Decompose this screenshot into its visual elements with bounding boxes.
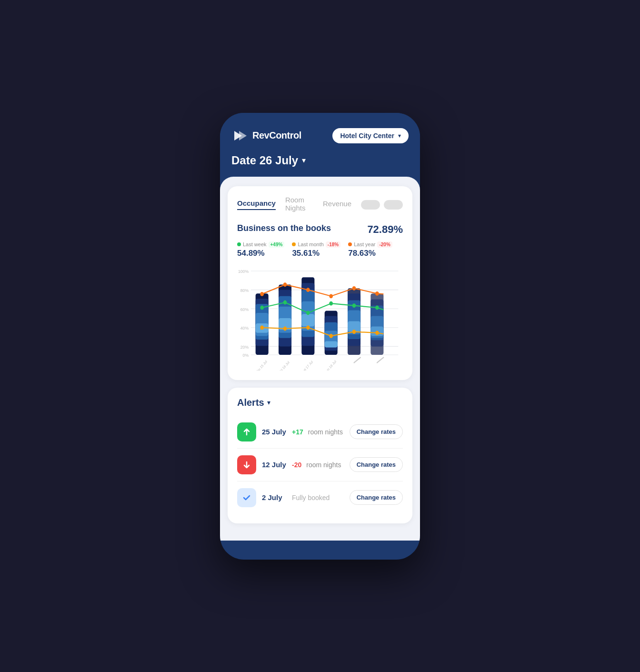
- alerts-title: Alerts: [237, 397, 264, 408]
- svg-rect-28: [301, 314, 314, 326]
- alert-date-2: 12 July: [262, 461, 288, 469]
- svg-point-59: [329, 334, 333, 338]
- hotel-name: Hotel City Center: [340, 132, 394, 140]
- svg-text:20%: 20%: [240, 344, 249, 350]
- svg-rect-33: [325, 341, 338, 347]
- svg-point-46: [306, 288, 310, 292]
- svg-point-58: [306, 325, 310, 330]
- toggle-pill-1[interactable]: [361, 200, 380, 210]
- svg-text:80%: 80%: [240, 288, 249, 293]
- botb-title: Business on the books: [237, 223, 331, 233]
- svg-text:Fri 16 Jul: Fri 16 Jul: [278, 360, 290, 370]
- svg-text:60%: 60%: [240, 307, 249, 312]
- svg-point-44: [260, 292, 264, 296]
- metric-dot-week: [237, 242, 241, 246]
- svg-point-57: [283, 326, 287, 331]
- date-selector[interactable]: Date 26 July ▾: [231, 154, 409, 177]
- alert-item-2: 12 July -20 room nights Change rates: [237, 449, 403, 481]
- change-rates-btn-1[interactable]: Change rates: [350, 424, 403, 439]
- svg-point-55: [375, 305, 379, 310]
- botb-value: 72.89%: [367, 223, 403, 236]
- svg-point-56: [260, 325, 264, 330]
- phone-frame: RevControl Hotel City Center ▾ Date 26 J…: [220, 113, 420, 560]
- metrics-row: Last week +49% 54.89% Last month -18% 35…: [237, 241, 403, 258]
- change-rates-btn-3[interactable]: Change rates: [350, 490, 403, 505]
- alert-icon-check: [237, 488, 256, 507]
- header: RevControl Hotel City Center ▾ Date 26 J…: [220, 113, 420, 177]
- svg-point-61: [375, 331, 379, 335]
- svg-marker-1: [239, 131, 247, 140]
- alert-icon-down: [237, 455, 256, 474]
- svg-line-66: [354, 357, 361, 362]
- alert-desc-2: room nights: [306, 461, 341, 469]
- svg-point-51: [283, 300, 287, 304]
- metric-dot-month: [292, 242, 296, 246]
- bar-chart: 100% 80% 60% 40% 20% 0%: [237, 266, 403, 371]
- metric-badge-year: -20%: [377, 241, 392, 248]
- metric-badge-week: +49%: [269, 241, 285, 248]
- alert-desc-1: room nights: [308, 428, 343, 436]
- tab-toggles: [361, 200, 403, 210]
- date-label: Date 26 July: [231, 154, 298, 167]
- metric-value-year: 78.63%: [348, 249, 392, 258]
- revcontrol-logo-icon: [231, 127, 249, 144]
- svg-point-52: [306, 311, 310, 315]
- metric-value-month: 35.61%: [292, 249, 340, 258]
- hotel-selector[interactable]: Hotel City Center ▾: [332, 128, 409, 143]
- metric-last-week: Last week +49% 54.89%: [237, 241, 284, 258]
- svg-text:Sun 18 Jul: Sun 18 Jul: [323, 359, 337, 371]
- svg-point-45: [283, 282, 287, 287]
- metric-last-year: Last year -20% 78.63%: [348, 241, 392, 258]
- metric-value-week: 54.89%: [237, 249, 284, 258]
- svg-point-48: [352, 286, 356, 290]
- svg-text:40%: 40%: [240, 325, 249, 331]
- svg-line-67: [377, 357, 384, 362]
- svg-point-50: [260, 305, 264, 310]
- svg-point-54: [352, 303, 356, 308]
- svg-point-49: [375, 291, 379, 295]
- tab-room-nights[interactable]: Room Nights: [285, 196, 313, 214]
- date-chevron-icon: ▾: [302, 156, 306, 165]
- alert-info-2: 12 July -20 room nights: [262, 461, 344, 469]
- svg-text:Sat 17 Jul: Sat 17 Jul: [301, 359, 314, 370]
- alert-amount-2: -20: [292, 461, 301, 469]
- alert-info-1: 25 July +17 room nights: [262, 428, 344, 436]
- metric-label-year: Last year: [354, 241, 375, 247]
- logo-text: RevControl: [252, 130, 301, 141]
- svg-text:0%: 0%: [243, 352, 249, 358]
- alerts-card: Alerts ▾ 25 July +17 room nights Change …: [228, 388, 412, 523]
- alert-desc-3: Fully booked: [292, 494, 330, 501]
- main-content: Occupancy Room Nights Revenue Business o…: [220, 177, 420, 541]
- toggle-pill-2[interactable]: [384, 200, 403, 210]
- header-top: RevControl Hotel City Center ▾: [231, 127, 409, 144]
- chart-svg: 100% 80% 60% 40% 20% 0%: [237, 266, 403, 371]
- svg-text:Thu 15 Jul: Thu 15 Jul: [254, 359, 268, 371]
- alert-date-1: 25 July: [262, 428, 288, 436]
- change-rates-btn-2[interactable]: Change rates: [350, 457, 403, 472]
- alert-item-1: 25 July +17 room nights Change rates: [237, 416, 403, 449]
- tab-revenue[interactable]: Revenue: [323, 200, 351, 210]
- alert-info-3: 2 July Fully booked: [262, 493, 344, 501]
- tab-occupancy[interactable]: Occupancy: [237, 199, 276, 210]
- hotel-selector-chevron-icon: ▾: [398, 132, 401, 139]
- tab-bar: Occupancy Room Nights Revenue: [237, 196, 403, 214]
- alert-icon-up: [237, 422, 256, 441]
- occupancy-card: Occupancy Room Nights Revenue Business o…: [228, 186, 412, 380]
- svg-point-60: [352, 330, 356, 334]
- metric-last-month: Last month -18% 35.61%: [292, 241, 340, 258]
- svg-point-53: [329, 301, 333, 305]
- botb-row: Business on the books 72.89%: [237, 223, 403, 236]
- logo: RevControl: [231, 127, 301, 144]
- alert-item-3: 2 July Fully booked Change rates: [237, 481, 403, 514]
- alerts-header: Alerts ▾: [237, 397, 403, 408]
- metric-dot-year: [348, 242, 352, 246]
- alert-amount-1: +17: [292, 428, 303, 436]
- alerts-chevron-icon: ▾: [267, 399, 270, 406]
- metric-label-month: Last month: [298, 241, 323, 247]
- alert-date-3: 2 July: [262, 493, 288, 501]
- metric-badge-month: -18%: [326, 241, 340, 248]
- svg-text:100%: 100%: [238, 269, 249, 274]
- metric-label-week: Last week: [243, 241, 267, 247]
- svg-point-47: [329, 294, 333, 298]
